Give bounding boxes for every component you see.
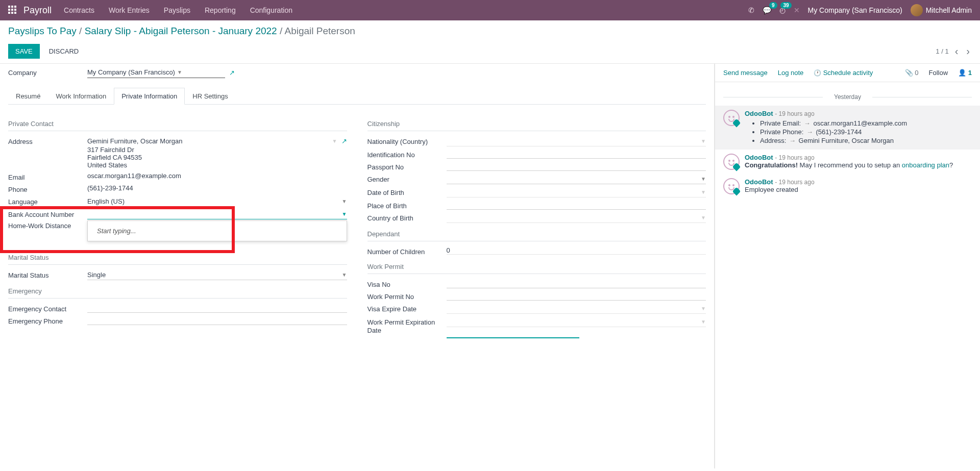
chevron-down-icon: ▼ bbox=[701, 138, 706, 144]
company-select[interactable]: My Company (San Francisco) ▼ bbox=[87, 67, 225, 78]
visa-no-label: Visa No bbox=[368, 279, 447, 288]
message-item: OdooBot - 19 hours ago Employee created bbox=[723, 174, 972, 199]
home-work-distance-label: Home-Work Distance bbox=[8, 220, 87, 230]
pob-input[interactable] bbox=[447, 201, 706, 210]
breadcrumb-current: Abigail Peterson bbox=[284, 26, 355, 36]
attachments-button[interactable]: 📎 0 bbox=[905, 69, 919, 77]
menu-configuration[interactable]: Configuration bbox=[250, 6, 292, 14]
dropdown-placeholder: Start typing... bbox=[97, 227, 136, 235]
chevron-down-icon: ▼ bbox=[332, 138, 337, 144]
address-value: Gemini Furniture, Oscar Morgan bbox=[87, 137, 330, 145]
tab-bar: Resumé Work Information Private Informat… bbox=[8, 87, 706, 105]
followers-count[interactable]: 👤 1 bbox=[958, 69, 972, 77]
pager-position: 1 / 1 bbox=[936, 47, 948, 55]
cob-select[interactable]: ▼ bbox=[447, 213, 706, 223]
pager-prev[interactable]: ‹ bbox=[953, 45, 961, 57]
phone-icon[interactable]: ✆ bbox=[748, 6, 754, 14]
bank-account-select[interactable]: ▼ bbox=[87, 209, 347, 219]
emergency-phone-label: Emergency Phone bbox=[8, 316, 87, 325]
schedule-activity-button[interactable]: Schedule activity bbox=[814, 69, 873, 77]
message-author[interactable]: OdooBot bbox=[745, 154, 773, 161]
company-selector[interactable]: My Company (San Francisco) bbox=[808, 6, 902, 14]
passport-label: Passport No bbox=[368, 162, 447, 171]
menu-payslips[interactable]: Payslips bbox=[164, 6, 190, 14]
save-button[interactable]: SAVE bbox=[8, 44, 40, 59]
gender-select[interactable]: ▼ bbox=[447, 174, 706, 184]
breadcrumb-l1[interactable]: Payslips To Pay bbox=[8, 26, 77, 36]
chevron-down-icon: ▼ bbox=[177, 69, 182, 75]
section-work-permit: Work Permit bbox=[368, 263, 706, 274]
message-author[interactable]: OdooBot bbox=[745, 178, 773, 186]
menu-reporting[interactable]: Reporting bbox=[205, 6, 236, 14]
identification-input[interactable] bbox=[447, 150, 706, 159]
language-select[interactable]: English (US) ▼ bbox=[87, 196, 347, 206]
user-name: Mitchell Admin bbox=[926, 6, 972, 14]
apps-icon[interactable] bbox=[8, 6, 17, 15]
children-value[interactable]: 0 bbox=[447, 246, 706, 255]
work-permit-expiry-input[interactable]: ▼ bbox=[447, 317, 706, 327]
children-label: Number of Children bbox=[368, 246, 447, 256]
send-message-button[interactable]: Send message bbox=[723, 69, 768, 77]
activity-badge: 39 bbox=[780, 2, 791, 9]
log-note-button[interactable]: Log note bbox=[778, 69, 804, 77]
app-brand[interactable]: Payroll bbox=[23, 5, 52, 16]
message-time: - 19 hours ago bbox=[775, 179, 814, 186]
work-permit-no-label: Work Permit No bbox=[368, 291, 447, 301]
chevron-down-icon: ▼ bbox=[701, 306, 706, 311]
visa-expire-input[interactable]: ▼ bbox=[447, 304, 706, 314]
marital-status-select[interactable]: Single ▼ bbox=[87, 270, 347, 280]
address-select[interactable]: Gemini Furniture, Oscar Morgan ▼ ↗ bbox=[87, 136, 347, 146]
chevron-down-icon: ▼ bbox=[342, 211, 347, 217]
tab-private-info[interactable]: Private Information bbox=[114, 88, 185, 105]
section-marital: Marital Status bbox=[8, 254, 347, 265]
chevron-down-icon: ▼ bbox=[701, 189, 706, 195]
menu-work-entries[interactable]: Work Entries bbox=[109, 6, 150, 14]
attach-count: 0 bbox=[915, 69, 918, 77]
email-label: Email bbox=[8, 172, 87, 181]
avatar bbox=[911, 4, 923, 16]
menu-contracts[interactable]: Contracts bbox=[64, 6, 94, 14]
emergency-contact-label: Emergency Contact bbox=[8, 304, 87, 313]
emergency-phone-input[interactable] bbox=[87, 316, 347, 325]
nationality-select[interactable]: ▼ bbox=[447, 136, 706, 146]
main-menu: Contracts Work Entries Payslips Reportin… bbox=[64, 6, 292, 14]
emergency-contact-input[interactable] bbox=[87, 304, 347, 313]
close-tray-icon[interactable]: ✕ bbox=[794, 6, 800, 14]
chevron-down-icon: ▼ bbox=[342, 199, 347, 204]
message-item: OdooBot - 19 hours ago Private Email: → … bbox=[715, 106, 980, 150]
company-value: My Company (San Francisco) bbox=[87, 68, 175, 76]
discard-button[interactable]: DISCARD bbox=[42, 44, 86, 59]
follow-button[interactable]: Follow bbox=[929, 69, 948, 77]
message-time: - 19 hours ago bbox=[775, 154, 814, 161]
breadcrumb-l2[interactable]: Salary Slip - Abigail Peterson - January… bbox=[85, 26, 277, 36]
visa-no-input[interactable] bbox=[447, 279, 706, 288]
timeline-day-separator: Yesterday bbox=[723, 93, 972, 101]
pob-label: Place of Birth bbox=[368, 201, 447, 210]
activities-icon[interactable]: ◴39 bbox=[779, 6, 786, 14]
user-menu[interactable]: Mitchell Admin bbox=[911, 4, 972, 16]
message-text: Employee created bbox=[745, 186, 972, 193]
external-link-icon[interactable]: ↗ bbox=[341, 137, 347, 145]
work-permit-no-input[interactable] bbox=[447, 291, 706, 301]
pager-next[interactable]: › bbox=[964, 45, 972, 57]
breadcrumb: Payslips To Pay / Salary Slip - Abigail … bbox=[8, 26, 972, 37]
section-dependant: Dependant bbox=[368, 230, 706, 241]
pager: 1 / 1 ‹ › bbox=[936, 45, 972, 57]
onboarding-plan-link[interactable]: onboarding plan bbox=[902, 161, 949, 169]
tab-work-info[interactable]: Work Information bbox=[48, 88, 114, 105]
address-label: Address bbox=[8, 136, 87, 145]
dob-input[interactable]: ▼ bbox=[447, 187, 706, 197]
messaging-icon[interactable]: 💬9 bbox=[763, 6, 771, 14]
marital-status-value: Single bbox=[87, 271, 340, 279]
company-label: Company bbox=[8, 69, 87, 77]
passport-input[interactable] bbox=[447, 162, 706, 171]
tab-resume[interactable]: Resumé bbox=[8, 88, 48, 105]
message-author[interactable]: OdooBot bbox=[745, 110, 773, 117]
section-private-contact: Private Contact bbox=[8, 120, 347, 131]
external-link-icon[interactable]: ↗ bbox=[229, 69, 235, 77]
tab-hr-settings[interactable]: HR Settings bbox=[185, 88, 235, 105]
bank-account-dropdown[interactable]: Start typing... bbox=[87, 220, 347, 241]
chevron-down-icon: ▼ bbox=[342, 272, 347, 278]
section-emergency: Emergency bbox=[8, 287, 347, 299]
language-value: English (US) bbox=[87, 197, 340, 205]
